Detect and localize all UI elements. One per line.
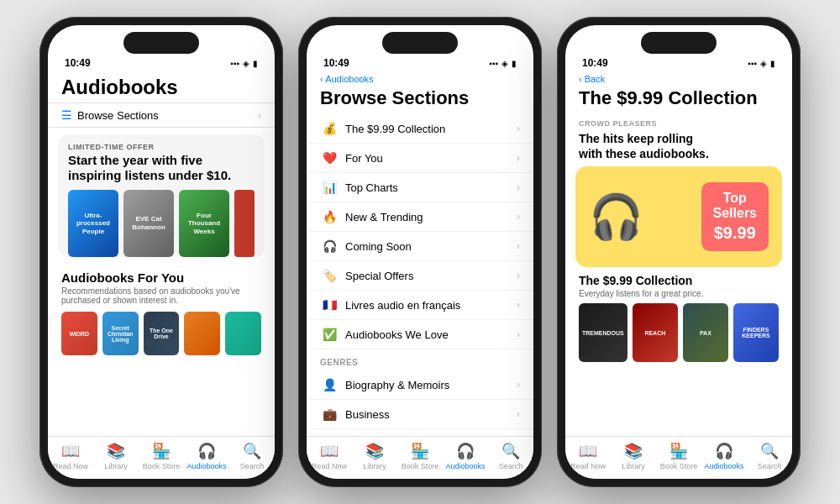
phone-3-content: Back The $9.99 Collection CROWD PLEASERS… bbox=[565, 71, 792, 479]
library-label-1: Library bbox=[104, 462, 128, 470]
audiobooks-icon-2: 🎧 bbox=[456, 442, 475, 460]
phone-3-back-nav[interactable]: Back bbox=[565, 71, 792, 86]
signal-icon-1: ▪▪▪ bbox=[230, 59, 239, 68]
promo-book-3[interactable]: Four Thousand Weeks bbox=[179, 190, 229, 257]
tab-search-2[interactable]: 🔍 Search bbox=[488, 442, 533, 470]
library-label-2: Library bbox=[363, 462, 386, 470]
item-label-coming-soon: Coming Soon bbox=[339, 240, 517, 253]
promo-extra bbox=[234, 190, 255, 257]
browse-sections-label: Browse Sections bbox=[77, 109, 159, 122]
item-chevron-business bbox=[517, 408, 520, 420]
small-book-4[interactable] bbox=[184, 312, 220, 355]
browse-chevron bbox=[258, 109, 261, 122]
phone-1: 10:49 ▪▪▪ ◈ ▮ Audiobooks Browse Sections bbox=[39, 17, 283, 487]
item-chevron-special-offers bbox=[517, 270, 520, 281]
collection-book-3[interactable]: PAX bbox=[683, 303, 728, 362]
collection-book-1[interactable]: TREMENDOUS bbox=[579, 303, 627, 362]
item-chevron-999 bbox=[517, 123, 520, 134]
item-label-999: The $9.99 Collection bbox=[339, 123, 517, 135]
item-icon-we-love: ✅ bbox=[320, 328, 339, 341]
read-now-label-3: Read Now bbox=[570, 462, 606, 470]
back-label-3: Back bbox=[585, 74, 605, 84]
tab-library-1[interactable]: 📚 Library bbox=[93, 442, 139, 470]
tab-read-now-3[interactable]: 📖 Read Now bbox=[565, 442, 611, 470]
item-label-we-love: Audiobooks We Love bbox=[339, 328, 517, 341]
list-item-coming-soon[interactable]: 🎧 Coming Soon bbox=[307, 232, 533, 261]
small-book-1[interactable]: WEIRD bbox=[61, 312, 97, 355]
phone-1-scroll: Audiobooks Browse Sections LIMITED-TIME … bbox=[48, 71, 275, 436]
list-item-business[interactable]: 💼 Business bbox=[307, 400, 533, 429]
phone-2: 10:49 ▪▪▪ ◈ ▮ Audiobooks Browse Sections… bbox=[298, 17, 542, 487]
tab-read-now-1[interactable]: 📖 Read Now bbox=[48, 442, 93, 470]
tab-audiobooks-1[interactable]: 🎧 Audiobooks bbox=[184, 442, 229, 470]
small-book-3[interactable]: The One Drive bbox=[144, 312, 180, 355]
top-sellers-label: TopSellers bbox=[713, 191, 757, 220]
item-icon-special-offers: 🏷️ bbox=[320, 269, 339, 282]
book-cover-2: EVE Cat Bohannon bbox=[123, 190, 174, 257]
tab-bookstore-2[interactable]: 🏪 Book Store bbox=[397, 442, 443, 470]
genres-section-header: GENRES bbox=[307, 349, 533, 370]
for-you-subtitle: Recommendations based on audiobooks you'… bbox=[61, 286, 261, 305]
tab-library-3[interactable]: 📚 Library bbox=[611, 442, 656, 470]
top-sellers-banner[interactable]: 🎧 TopSellers $9.99 bbox=[575, 166, 782, 267]
tab-search-3[interactable]: 🔍 Search bbox=[747, 442, 792, 470]
list-item-new-trending[interactable]: 🔥 New & Trending bbox=[307, 202, 533, 232]
collection-book-4[interactable]: FINDERS KEEPERS bbox=[733, 303, 779, 362]
collection-title: The $9.99 Collection bbox=[565, 267, 792, 289]
status-bar-2: 10:49 ▪▪▪ ◈ ▮ bbox=[307, 54, 533, 71]
small-book-5[interactable] bbox=[225, 312, 261, 355]
tab-search-1[interactable]: 🔍 Search bbox=[229, 442, 275, 470]
crowd-pleasers-title: The hits keep rollingwith these audioboo… bbox=[565, 129, 792, 166]
tab-bar-2: 📖 Read Now 📚 Library 🏪 Book Store 🎧 Audi… bbox=[307, 436, 533, 479]
list-item-special-offers[interactable]: 🏷️ Special Offers bbox=[307, 261, 533, 291]
phone-1-content: Audiobooks Browse Sections LIMITED-TIME … bbox=[48, 71, 275, 479]
list-item-for-you[interactable]: ❤️ For You bbox=[307, 144, 533, 173]
promo-book-1[interactable]: Ultra-processed People bbox=[68, 190, 118, 257]
status-bar-1: 10:49 ▪▪▪ ◈ ▮ bbox=[48, 54, 275, 71]
item-label-charts: Top Charts bbox=[339, 181, 517, 194]
item-chevron-charts bbox=[517, 181, 520, 193]
small-book-2[interactable]: Secret Christian Living bbox=[102, 312, 139, 355]
for-you-title: Audiobooks For You bbox=[61, 270, 261, 285]
item-icon-charts: 📊 bbox=[320, 181, 339, 194]
list-item-biography[interactable]: 👤 Biography & Memoirs bbox=[307, 370, 533, 400]
list-item-fiction[interactable]: 📖 Fiction bbox=[307, 429, 533, 436]
collection-book-2[interactable]: REACH bbox=[633, 303, 678, 362]
phone-2-screen: 10:49 ▪▪▪ ◈ ▮ Audiobooks Browse Sections… bbox=[307, 25, 533, 479]
library-label-3: Library bbox=[622, 462, 645, 470]
item-chevron-trending bbox=[517, 211, 520, 223]
tab-audiobooks-3[interactable]: 🎧 Audiobooks bbox=[701, 442, 747, 470]
battery-icon-3: ▮ bbox=[770, 59, 775, 68]
bookstore-label-2: Book Store bbox=[402, 462, 439, 470]
list-item-999-collection[interactable]: 💰 The $9.99 Collection bbox=[307, 114, 533, 144]
phone-1-page-title: Audiobooks bbox=[48, 71, 275, 102]
phone-1-screen: 10:49 ▪▪▪ ◈ ▮ Audiobooks Browse Sections bbox=[48, 25, 275, 479]
phones-container: 10:49 ▪▪▪ ◈ ▮ Audiobooks Browse Sections bbox=[23, 0, 817, 504]
phone-3-screen: 10:49 ▪▪▪ ◈ ▮ Back The $9.99 Collection … bbox=[565, 25, 792, 479]
tab-read-now-2[interactable]: 📖 Read Now bbox=[307, 442, 352, 470]
status-time-1: 10:49 bbox=[65, 57, 91, 69]
list-item-top-charts[interactable]: 📊 Top Charts bbox=[307, 173, 533, 202]
battery-icon-2: ▮ bbox=[512, 59, 517, 68]
item-label-special-offers: Special Offers bbox=[339, 270, 517, 282]
phone-2-back-nav[interactable]: Audiobooks bbox=[307, 71, 533, 86]
tab-bar-3: 📖 Read Now 📚 Library 🏪 Book Store 🎧 Audi… bbox=[565, 436, 792, 479]
search-label-1: Search bbox=[240, 462, 265, 470]
status-icons-2: ▪▪▪ ◈ ▮ bbox=[489, 59, 517, 68]
tab-audiobooks-2[interactable]: 🎧 Audiobooks bbox=[443, 442, 488, 470]
list-item-french[interactable]: 🇫🇷 Livres audio en français bbox=[307, 291, 533, 320]
list-item-we-love[interactable]: ✅ Audiobooks We Love bbox=[307, 320, 533, 349]
bookstore-icon-2: 🏪 bbox=[411, 442, 429, 460]
tab-bookstore-3[interactable]: 🏪 Book Store bbox=[656, 442, 701, 470]
dynamic-island-3 bbox=[641, 32, 717, 54]
bookstore-label-1: Book Store bbox=[143, 462, 181, 470]
back-label-2: Audiobooks bbox=[325, 74, 374, 84]
promo-book-2[interactable]: EVE Cat Bohannon bbox=[123, 190, 174, 257]
tab-library-2[interactable]: 📚 Library bbox=[352, 442, 397, 470]
audiobooks-icon-1: 🎧 bbox=[197, 442, 216, 460]
for-you-books: WEIRD Secret Christian Living The One Dr… bbox=[48, 312, 275, 355]
audiobooks-label-3: Audiobooks bbox=[704, 462, 743, 470]
library-icon-3: 📚 bbox=[624, 442, 643, 460]
tab-bookstore-1[interactable]: 🏪 Book Store bbox=[139, 442, 184, 470]
browse-sections-row[interactable]: Browse Sections bbox=[48, 102, 275, 128]
